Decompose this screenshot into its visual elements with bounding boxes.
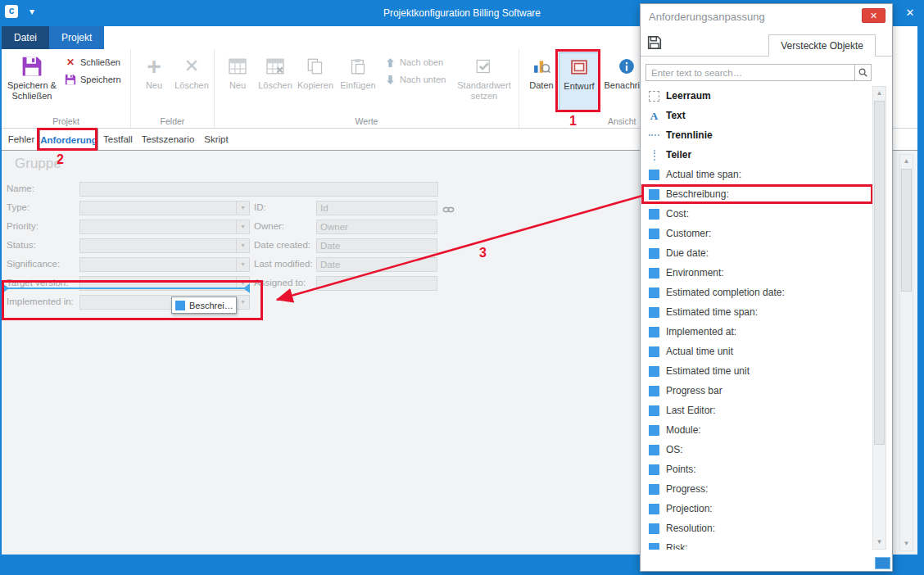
new-value-button[interactable]: Neu bbox=[220, 52, 256, 111]
drag-ghost: Beschrei… bbox=[171, 297, 237, 314]
last-modified-editor[interactable]: Date bbox=[316, 257, 437, 272]
type-editor[interactable]: ▾ bbox=[79, 201, 250, 215]
list-item[interactable]: Progress: bbox=[641, 479, 873, 499]
new-field-button[interactable]: + Neu bbox=[136, 52, 172, 111]
scrollbar-thumb[interactable] bbox=[874, 101, 885, 445]
window-close-button[interactable]: ✕ bbox=[901, 7, 919, 19]
delete-field-button[interactable]: ✕ Löschen bbox=[174, 52, 210, 111]
list-item[interactable]: Environment: bbox=[641, 263, 873, 283]
tab-testszenario[interactable]: Testszenario bbox=[138, 129, 198, 150]
form-scrollbar[interactable]: ▲ ▼ bbox=[899, 154, 913, 551]
list-item[interactable]: Teiler bbox=[641, 145, 873, 165]
tab-skript[interactable]: Skript bbox=[198, 129, 234, 150]
chevron-down-icon[interactable]: ▾ bbox=[236, 277, 249, 290]
list-item[interactable]: Actual time span: bbox=[641, 165, 873, 184]
name-editor[interactable] bbox=[79, 182, 438, 197]
list-item[interactable]: OS: bbox=[641, 440, 873, 460]
chevron-down-icon[interactable]: ▾ bbox=[236, 201, 249, 215]
field-icon bbox=[649, 445, 659, 455]
scrollbar-thumb[interactable] bbox=[901, 169, 912, 292]
field-icon bbox=[649, 209, 659, 220]
save-layout-button[interactable] bbox=[647, 35, 662, 50]
list-item[interactable]: Actual time unit bbox=[641, 342, 873, 361]
list-item[interactable]: AText bbox=[641, 106, 873, 125]
list-item-label: Risk: bbox=[666, 542, 688, 550]
list-item[interactable]: Resolution: bbox=[641, 518, 873, 538]
list-item[interactable]: Customer: bbox=[641, 224, 873, 243]
list-item[interactable]: Estimated time unit bbox=[641, 361, 873, 381]
search-box bbox=[645, 64, 872, 81]
tab-testfall[interactable]: Testfall bbox=[98, 129, 138, 150]
assigned-to-editor[interactable] bbox=[316, 276, 437, 291]
list-item[interactable]: Leerraum bbox=[641, 86, 873, 106]
delete-value-label: Löschen bbox=[258, 80, 292, 91]
copy-button[interactable]: Kopieren bbox=[295, 52, 336, 111]
set-default-button[interactable]: Standardwert setzen bbox=[452, 52, 516, 111]
list-item[interactable]: Cost: bbox=[641, 204, 873, 224]
panel-scrollbar[interactable]: ▲ ▼ bbox=[872, 86, 886, 550]
list-item[interactable]: Estimated time span: bbox=[641, 302, 873, 322]
blank-space-icon bbox=[649, 91, 659, 102]
list-item[interactable]: Trennlinie bbox=[641, 125, 873, 145]
list-item[interactable]: Estimated completion date: bbox=[641, 283, 873, 302]
chevron-down-icon[interactable]: ▾ bbox=[236, 296, 249, 309]
list-item-label: Environment: bbox=[666, 267, 724, 278]
scroll-up-button[interactable]: ▲ bbox=[900, 155, 913, 168]
list-item[interactable]: Beschreibung: bbox=[641, 184, 873, 204]
scroll-down-button[interactable]: ▼ bbox=[900, 537, 913, 550]
move-up-button[interactable]: Nach oben bbox=[383, 54, 443, 70]
status-editor[interactable]: ▾ bbox=[79, 238, 250, 253]
chevron-down-icon[interactable]: ▾ bbox=[236, 220, 249, 233]
field-label-significance: Significance: bbox=[7, 259, 60, 269]
drag-ghost-label: Beschrei… bbox=[189, 301, 233, 310]
target-version-editor[interactable]: ▾ bbox=[79, 276, 250, 291]
paste-button[interactable]: Einfügen bbox=[337, 52, 378, 111]
field-icon bbox=[649, 248, 659, 259]
arrow-down-icon bbox=[383, 75, 396, 85]
list-item[interactable]: Points: bbox=[641, 460, 873, 479]
save-button[interactable]: Speichern bbox=[64, 71, 121, 88]
owner-editor[interactable]: Owner bbox=[316, 220, 437, 234]
panel-grip[interactable] bbox=[875, 557, 890, 569]
close-project-button[interactable]: ✕ Schließen bbox=[64, 54, 120, 70]
entwurf-button[interactable]: Entwurf bbox=[559, 52, 600, 111]
set-default-icon bbox=[474, 55, 494, 78]
link-icon bbox=[442, 203, 455, 218]
field-label-owner: Owner: bbox=[254, 221, 284, 231]
tab-fehler[interactable]: Fehler bbox=[3, 129, 39, 150]
move-down-button[interactable]: Nach unten bbox=[383, 71, 446, 88]
tab-versteckte-objekte[interactable]: Versteckte Objekte bbox=[768, 34, 876, 57]
field-label-last-modified: Last modified: bbox=[254, 259, 313, 269]
list-item[interactable]: Risk: bbox=[641, 538, 873, 550]
ribbon-group-werte: Neu Löschen Kopieren Einfügen bbox=[215, 49, 519, 128]
search-input[interactable] bbox=[645, 64, 872, 81]
list-item[interactable]: Last Editor: bbox=[641, 401, 873, 420]
scroll-down-button[interactable]: ▼ bbox=[873, 536, 886, 549]
panel-close-button[interactable]: ✕ bbox=[862, 8, 886, 23]
text-item-icon: A bbox=[649, 111, 659, 121]
field-icon bbox=[649, 346, 659, 357]
ribbon-tab-projekt[interactable]: Projekt bbox=[49, 26, 104, 49]
chevron-down-icon[interactable]: ▾ bbox=[236, 258, 249, 271]
search-icon[interactable] bbox=[854, 65, 871, 80]
significance-editor[interactable]: ▾ bbox=[79, 257, 250, 272]
list-item-label: Implemented at: bbox=[666, 326, 736, 337]
priority-editor[interactable]: ▾ bbox=[79, 220, 250, 234]
delete-value-button[interactable]: Löschen bbox=[257, 52, 293, 111]
save-and-close-button[interactable]: Speichern & Schließen bbox=[5, 52, 59, 111]
chevron-down-icon[interactable]: ▾ bbox=[236, 239, 249, 252]
scroll-up-button[interactable]: ▲ bbox=[873, 87, 886, 100]
list-item-label: Progress bar bbox=[666, 385, 722, 396]
date-created-editor[interactable]: Date bbox=[316, 238, 437, 253]
daten-button[interactable]: Daten bbox=[524, 52, 559, 111]
list-item[interactable]: Projection: bbox=[641, 499, 873, 518]
ribbon-tab-datei[interactable]: Datei bbox=[2, 26, 49, 49]
tab-anforderung[interactable]: Anforderung bbox=[39, 129, 98, 150]
list-item[interactable]: Progress bar bbox=[641, 381, 873, 401]
list-item[interactable]: Due date: bbox=[641, 243, 873, 263]
last-modified-value: Date bbox=[320, 260, 340, 269]
list-item[interactable]: Module: bbox=[641, 420, 873, 440]
id-editor[interactable]: Id bbox=[316, 201, 437, 215]
list-item[interactable]: Implemented at: bbox=[641, 322, 873, 342]
list-item-label: Resolution: bbox=[666, 523, 715, 534]
